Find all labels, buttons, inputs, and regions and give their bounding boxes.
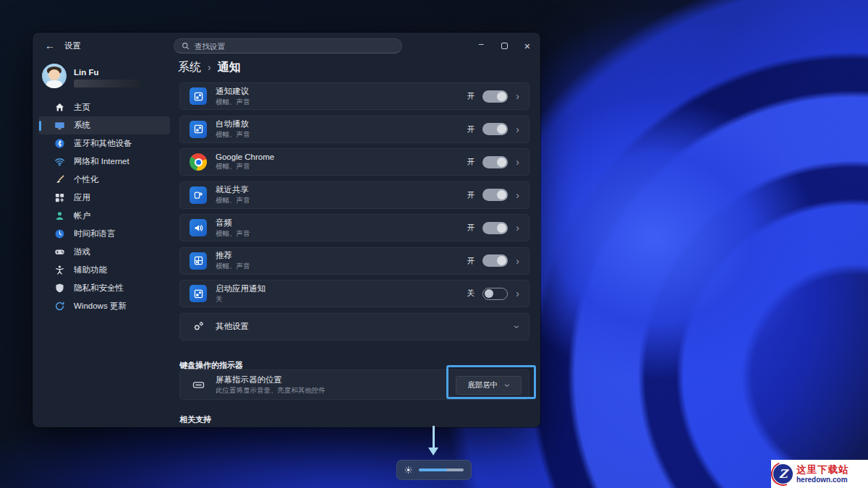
position-dropdown[interactable]: 底部居中	[456, 376, 522, 395]
row-title: 其他设置	[216, 321, 249, 332]
page-title: 通知	[218, 60, 241, 75]
sidebar-item-personalization[interactable]: 个性化	[38, 171, 170, 189]
bluetooth-icon	[54, 138, 65, 150]
brightness-flyout	[396, 460, 472, 480]
row-subtitle: 此位置将显示音量、亮度和其他控件	[216, 386, 326, 395]
row-title: 自动播放	[216, 119, 250, 129]
watermark-logo: Z	[773, 464, 793, 484]
maximize-button[interactable]	[493, 33, 516, 59]
window-pane-icon	[190, 252, 207, 270]
user-name: Lin Fu	[74, 68, 99, 77]
speaker-icon	[190, 219, 207, 236]
toggle-switch[interactable]	[482, 288, 508, 300]
annotation-arrow-head	[428, 448, 438, 455]
row-title: 音频	[216, 218, 250, 228]
breadcrumb: 系统 › 通知	[178, 60, 241, 75]
minimize-icon	[479, 40, 484, 51]
toggle-switch[interactable]	[482, 156, 508, 168]
row-title: 就近共享	[216, 184, 250, 195]
toggle-state-label: 开	[467, 190, 475, 200]
chevron-right-icon	[516, 190, 519, 200]
brightness-icon	[404, 466, 412, 474]
back-button[interactable]	[40, 36, 60, 55]
windows-update-icon	[54, 301, 65, 312]
personalization-icon	[54, 174, 65, 186]
sidebar-item-accessibility[interactable]: 辅助功能	[38, 261, 170, 279]
toggle-switch[interactable]	[482, 189, 508, 201]
indicator-position-icon	[190, 376, 207, 393]
app-title: 设置	[64, 40, 81, 51]
toggle-switch[interactable]	[482, 254, 508, 267]
notification-tile-icon	[190, 87, 207, 105]
row-subtitle: 横幅、声音	[216, 130, 250, 140]
row-subtitle: 横幅、声音	[216, 162, 274, 171]
row-nearby-sharing[interactable]: 就近共享横幅、声音 开	[179, 181, 529, 209]
row-autoplay[interactable]: 自动播放横幅、声音 开	[179, 116, 529, 143]
chevron-right-icon	[516, 124, 519, 134]
toggle-state-label: 开	[467, 223, 475, 233]
sidebar-item-label: 时间和语言	[74, 228, 116, 239]
sidebar-item-apps[interactable]: 应用	[38, 189, 170, 207]
sidebar-item-time-language[interactable]: 时间和语言	[38, 225, 170, 243]
titlebar: 设置	[33, 33, 540, 59]
sidebar-item-label: 游戏	[74, 247, 90, 257]
watermark-site-url: heredown.com	[796, 476, 849, 484]
toggle-switch[interactable]	[482, 90, 508, 103]
sidebar-item-label: 网络和 Internet	[74, 156, 129, 167]
chevron-right-icon	[516, 157, 519, 167]
chevron-right-icon	[516, 288, 519, 299]
sidebar-item-label: Windows 更新	[74, 301, 127, 312]
search-box[interactable]	[174, 38, 402, 53]
toggle-state-label: 关	[467, 288, 475, 299]
minimize-button[interactable]	[469, 33, 493, 59]
sidebar-item-bluetooth[interactable]: 蓝牙和其他设备	[38, 134, 170, 153]
row-onscreen-indicator-position[interactable]: 屏幕指示器的位置 此位置将显示音量、亮度和其他控件 底部居中	[179, 369, 529, 400]
brightness-slider[interactable]	[419, 468, 464, 471]
breadcrumb-separator-icon: ›	[208, 61, 211, 73]
gears-icon	[190, 318, 207, 335]
chevron-down-icon	[513, 325, 523, 328]
network-icon	[54, 156, 65, 168]
row-title: 通知建议	[216, 86, 250, 97]
apps-icon	[54, 192, 65, 204]
row-google-chrome[interactable]: Google Chrome横幅、声音 开	[179, 148, 529, 176]
row-subtitle: 关	[216, 295, 265, 304]
sidebar-item-gaming[interactable]: 游戏	[38, 243, 170, 261]
home-icon	[54, 102, 65, 114]
chevron-right-icon	[516, 91, 519, 101]
time-language-icon	[54, 228, 65, 240]
toggle-state-label: 开	[467, 256, 475, 266]
row-title: 屏幕指示器的位置	[216, 374, 326, 385]
system-icon	[54, 120, 65, 132]
breadcrumb-root[interactable]: 系统	[178, 60, 201, 75]
row-other-settings[interactable]: 其他设置	[179, 313, 529, 341]
search-input[interactable]	[195, 42, 394, 51]
row-notification-suggestions[interactable]: 通知建议横幅、声音 开	[179, 82, 529, 110]
sidebar-item-network[interactable]: 网络和 Internet	[38, 153, 170, 171]
sidebar-item-accounts[interactable]: 帐户	[38, 207, 170, 225]
sidebar-item-label: 应用	[74, 192, 90, 203]
row-subtitle: 横幅、声音	[216, 229, 250, 239]
row-startup-app-notifications[interactable]: 启动应用通知关 关	[179, 280, 529, 307]
row-subtitle: 横幅、声音	[216, 98, 250, 107]
sidebar-item-label: 主页	[74, 102, 90, 113]
row-title: 推荐	[216, 250, 250, 261]
settings-window: 设置 Lin Fu 主页 系统 蓝牙和其他设备	[33, 33, 540, 427]
sidebar-item-windows-update[interactable]: Windows 更新	[38, 297, 170, 315]
toggle-state-label: 开	[467, 157, 475, 167]
close-button[interactable]	[516, 33, 539, 59]
chrome-icon	[190, 153, 207, 171]
toggle-switch[interactable]	[482, 222, 508, 234]
related-support-header: 相关支持	[179, 414, 211, 425]
sidebar-item-system[interactable]: 系统	[38, 116, 170, 134]
shield-icon	[54, 283, 65, 294]
row-audio[interactable]: 音频横幅、声音 开	[179, 214, 529, 241]
sidebar-item-privacy[interactable]: 隐私和安全性	[38, 279, 170, 297]
desktop: { "window": { "app_title": "设置", "search…	[0, 0, 868, 488]
row-suggested[interactable]: 推荐横幅、声音 开	[179, 247, 529, 275]
toggle-switch[interactable]	[482, 123, 508, 135]
avatar[interactable]	[42, 64, 67, 88]
toggle-state-label: 开	[467, 124, 475, 134]
sidebar-item-home[interactable]: 主页	[38, 98, 170, 116]
watermark-logo-letter: Z	[779, 467, 788, 481]
